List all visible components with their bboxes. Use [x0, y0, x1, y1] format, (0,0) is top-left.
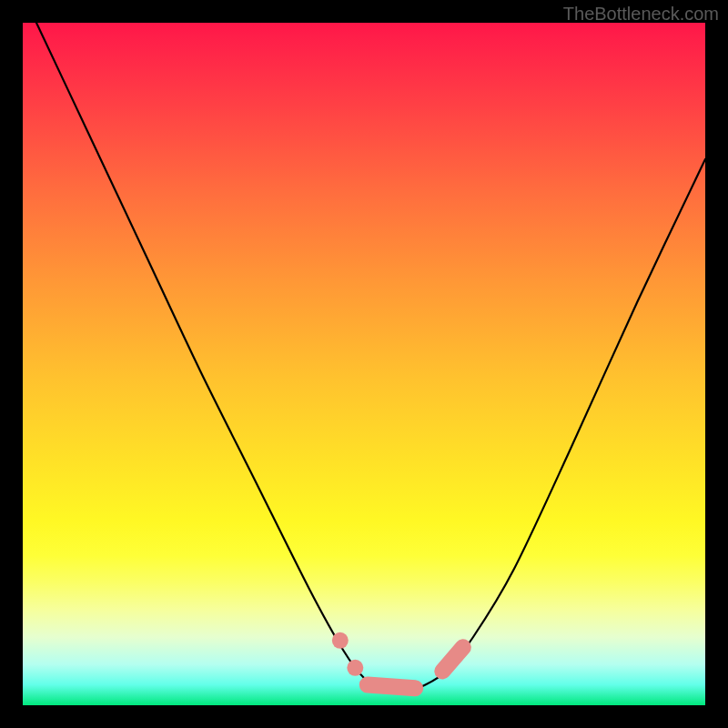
chart-frame: TheBottleneck.com: [0, 0, 728, 728]
curve-marker-segment: [368, 685, 415, 689]
curve-markers: [332, 632, 463, 689]
plot-area: [23, 23, 705, 705]
watermark-text: TheBottleneck.com: [563, 4, 719, 25]
curve-marker-dot: [332, 632, 349, 649]
bottleneck-curve-svg: [23, 23, 705, 705]
curve-marker-segment: [442, 647, 463, 671]
curve-marker-dot: [347, 660, 363, 676]
bottleneck-curve: [36, 23, 705, 693]
